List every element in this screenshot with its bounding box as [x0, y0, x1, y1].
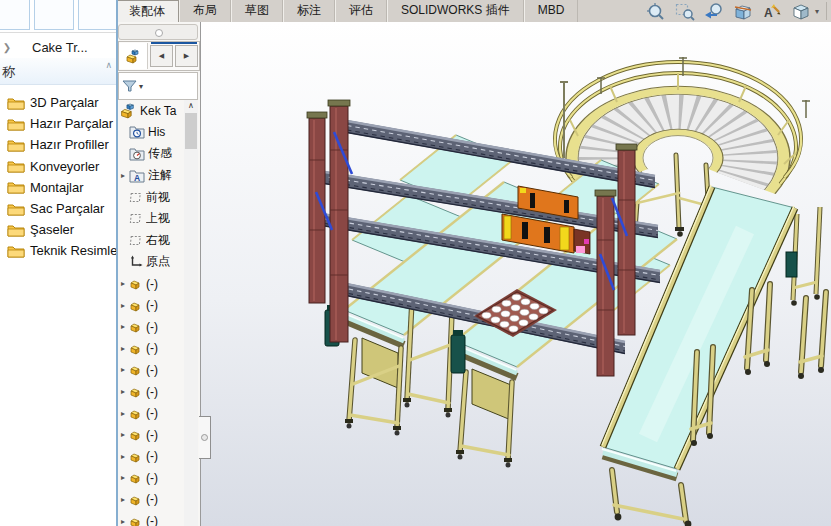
folder-item-konveyorler[interactable]: Konveyorler [0, 156, 116, 177]
folder-list: 3D Parçalar Hazır Parçalar Hazır Profill… [0, 92, 116, 262]
folder-item-hazir-profiller[interactable]: Hazır Profiller [0, 134, 116, 155]
plane-icon [129, 191, 143, 204]
expand-arrow-icon[interactable]: ▸ [117, 495, 129, 504]
divider [0, 32, 116, 33]
tree-component-row[interactable]: ▸(-) [117, 338, 185, 360]
expand-arrow-icon[interactable]: ▸ [117, 387, 129, 396]
tree-component-row[interactable]: ▸(-) [117, 359, 185, 381]
tree-component-row[interactable]: ▸(-) [117, 316, 185, 338]
folder-item-sac-parcalar[interactable]: Sac Parçalar [0, 198, 116, 219]
file-thumbnail[interactable] [0, 0, 30, 30]
filter-caret-icon[interactable]: ▾ [139, 82, 143, 91]
expand-arrow-icon[interactable]: ▸ [117, 473, 129, 482]
section-view-icon[interactable] [731, 1, 755, 21]
tree-component-row[interactable]: ▸(-) [117, 273, 185, 295]
tree-component-row[interactable]: ▸(-) [117, 446, 185, 468]
folder-item-hazir-parcalar[interactable]: Hazır Parçalar [0, 113, 116, 134]
svg-text:A: A [764, 6, 773, 20]
tree-component-row[interactable]: ▸(-) [117, 489, 185, 511]
tab-evaluate[interactable]: 评估 [335, 0, 387, 22]
splitter-dot-icon [155, 29, 163, 37]
scrollbar-thumb[interactable] [185, 113, 197, 149]
origin-icon [129, 255, 143, 268]
featuremanager-panel: ◀ ▶ ▾ Kek Ta His 传感 ▸注解 前视 上视 右视 原点 ▸(-)… [116, 22, 201, 526]
expand-arrow-icon[interactable]: ▸ [117, 344, 129, 353]
tree-item-front-plane[interactable]: 前视 [117, 186, 185, 208]
hide-show-annotations-icon[interactable]: A [760, 1, 784, 21]
part-icon [129, 342, 143, 355]
part-icon [129, 450, 143, 463]
expand-arrow-icon[interactable]: ▸ [117, 171, 129, 180]
expand-arrow-icon[interactable]: ▸ [117, 279, 129, 288]
tree-item-history[interactable]: His [117, 122, 185, 144]
part-icon [129, 320, 143, 333]
part-icon [129, 471, 143, 484]
solidworks-window: { "ribbon": { "tabs": [ {"label": "装配体",… [0, 0, 831, 526]
explorer-tree-root[interactable]: ❯ Cake Tr... [0, 36, 116, 58]
expand-arrow-icon[interactable]: ▸ [117, 322, 129, 331]
tree-component-row[interactable]: ▸(-) [117, 381, 185, 403]
tree-component-row[interactable]: ▸(-) [117, 294, 185, 316]
tab-scroll-right-button[interactable]: ▶ [175, 45, 198, 67]
tree-component-row[interactable]: ▸(-) [117, 467, 185, 489]
tree-item-top-plane[interactable]: 上视 [117, 208, 185, 230]
history-folder-icon [129, 125, 145, 139]
filter-funnel-icon [122, 79, 137, 93]
name-column-header[interactable]: 称 ∧ [0, 58, 116, 85]
tree-item-origin[interactable]: 原点 [117, 251, 185, 273]
featuremanager-design-tree-tab[interactable] [119, 43, 148, 69]
panel-splitter-handle[interactable] [118, 24, 198, 40]
sort-ascending-icon[interactable]: ∧ [105, 60, 112, 70]
previous-view-icon[interactable] [702, 1, 726, 21]
tab-mbd[interactable]: MBD [524, 0, 579, 22]
zoom-to-fit-icon[interactable] [644, 1, 668, 21]
view-orientation-caret[interactable]: ▾ [815, 7, 819, 16]
tree-item-right-plane[interactable]: 右视 [117, 230, 185, 252]
file-thumbnail[interactable] [34, 0, 74, 30]
tree-scrollbar[interactable]: ∧ [184, 100, 198, 526]
part-icon [129, 299, 143, 312]
tree-component-row[interactable]: ▸(-) [117, 402, 185, 424]
file-thumbnails [0, 0, 116, 28]
folder-item-3d-parcalar[interactable]: 3D Parçalar [0, 92, 116, 113]
expand-arrow-icon[interactable]: ▸ [117, 430, 129, 439]
expand-arrow-icon[interactable]: ▸ [117, 301, 129, 310]
zoom-to-area-icon[interactable] [673, 1, 697, 21]
expand-arrow-icon[interactable]: ▸ [117, 517, 129, 526]
part-icon [129, 363, 143, 376]
folder-item-saseler[interactable]: Şaseler [0, 219, 116, 240]
view-orientation-icon[interactable] [789, 1, 813, 21]
tab-assembly[interactable]: 装配体 [115, 0, 179, 22]
tab-solidworks-addins[interactable]: SOLIDWORKS 插件 [387, 0, 524, 22]
part-icon [129, 385, 143, 398]
expand-arrow-icon[interactable]: ▸ [117, 409, 129, 418]
tree-item-sensors[interactable]: 传感 [117, 143, 185, 165]
expand-arrow-icon[interactable]: ▸ [117, 452, 129, 461]
tab-scroll-left-button[interactable]: ◀ [150, 45, 173, 67]
panel-collapse-tab[interactable] [199, 416, 211, 459]
folder-item-montajlar[interactable]: Montajlar [0, 177, 116, 198]
expand-arrow-icon[interactable]: ▸ [117, 365, 129, 374]
active-tab-accent [151, 42, 197, 44]
viewport-3d[interactable] [200, 22, 831, 526]
tab-annotate[interactable]: 标注 [283, 0, 335, 22]
file-explorer-panel: ❯ Cake Tr... 称 ∧ 3D Parçalar Hazır Parça… [0, 0, 118, 526]
tab-sketch[interactable]: 草图 [231, 0, 283, 22]
collapse-dot-icon [201, 434, 208, 441]
chevron-right-icon[interactable]: ❯ [0, 42, 14, 53]
motor-middle[interactable] [451, 335, 465, 373]
featuremanager-tab-strip: ◀ ▶ [118, 41, 200, 71]
tree-filter-box[interactable]: ▾ [118, 72, 198, 100]
featuremanager-tree: Kek Ta His 传感 ▸注解 前视 上视 右视 原点 ▸(-) ▸(-) … [117, 100, 185, 526]
tree-component-row[interactable]: ▸(-) [117, 424, 185, 446]
tab-layout[interactable]: 布局 [179, 0, 231, 22]
plane-icon [129, 234, 143, 247]
tree-component-row[interactable]: ▸(-) [117, 510, 185, 526]
tree-item-annotations[interactable]: ▸注解 [117, 165, 185, 187]
file-thumbnail[interactable] [78, 0, 118, 30]
tree-root-assembly[interactable]: Kek Ta [117, 100, 185, 122]
scrollbar-up-arrow[interactable]: ∧ [184, 100, 198, 112]
part-icon [129, 428, 143, 441]
folder-item-teknik-resimler[interactable]: Teknik Resimler [0, 240, 116, 261]
plane-icon [129, 212, 143, 225]
